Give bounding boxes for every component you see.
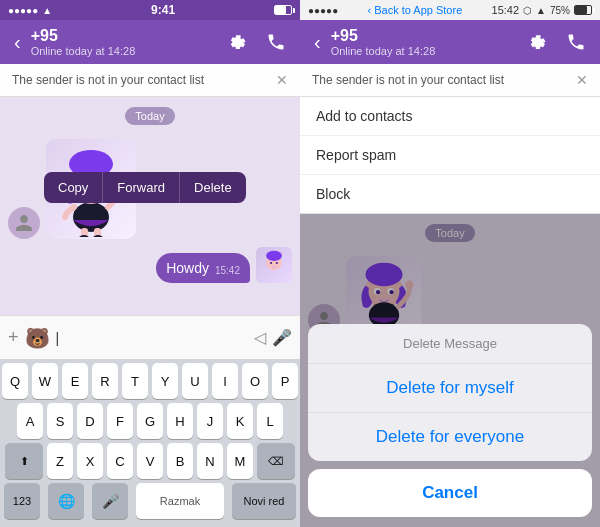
svg-point-17 <box>266 251 282 261</box>
notification-bar-right: The sender is not in your contact list ✕ <box>300 64 600 97</box>
delete-button[interactable]: Delete <box>180 172 246 203</box>
left-panel: ●●●●● ▲ 9:41 ‹ +95 Online today at 14:28 <box>0 0 300 527</box>
key-globe[interactable]: 🌐 <box>48 483 84 519</box>
key-e[interactable]: E <box>62 363 88 399</box>
keyboard-row-bottom: 123 🌐 🎤 Razmak Novi red <box>2 483 298 519</box>
status-left: ●●●●● ▲ <box>8 5 52 16</box>
key-f[interactable]: F <box>107 403 133 439</box>
keyboard-row-1: Q W E R T Y U I O P <box>2 363 298 399</box>
key-c[interactable]: C <box>107 443 133 479</box>
ios-time-right: 15:42 <box>492 4 520 16</box>
key-z[interactable]: Z <box>47 443 73 479</box>
keyboard: Q W E R T Y U I O P A S D F G H J K L ⬆ … <box>0 359 300 527</box>
add-icon[interactable]: + <box>8 327 19 348</box>
contact-name-right: +95 <box>331 27 518 45</box>
key-u[interactable]: U <box>182 363 208 399</box>
key-m[interactable]: M <box>227 443 253 479</box>
key-s[interactable]: S <box>47 403 73 439</box>
call-icon-right[interactable] <box>562 28 590 56</box>
emoji-icon[interactable]: 🐻 <box>25 326 50 350</box>
key-b[interactable]: B <box>167 443 193 479</box>
call-icon[interactable] <box>262 28 290 56</box>
key-o[interactable]: O <box>242 363 268 399</box>
bluetooth-icon: ⬡ <box>523 5 532 16</box>
key-shift[interactable]: ⬆ <box>5 443 43 479</box>
chat-header-left: ‹ +95 Online today at 14:28 <box>0 20 300 64</box>
key-w[interactable]: W <box>32 363 58 399</box>
context-menu: Copy Forward Delete <box>44 172 246 203</box>
key-h[interactable]: H <box>167 403 193 439</box>
key-backspace[interactable]: ⌫ <box>257 443 295 479</box>
message-input[interactable] <box>56 330 248 346</box>
key-mic[interactable]: 🎤 <box>92 483 128 519</box>
signal-icon: ●●●●● <box>8 5 38 16</box>
wifi-icon-right: ▲ <box>536 5 546 16</box>
chat-header-right: ‹ +95 Online today at 14:28 <box>300 20 600 64</box>
copy-button[interactable]: Copy <box>44 172 103 203</box>
header-icons-right <box>524 28 590 56</box>
notification-close-left[interactable]: ✕ <box>276 72 288 88</box>
key-k[interactable]: K <box>227 403 253 439</box>
dropdown-menu: Add to contacts Report spam Block <box>300 97 600 214</box>
key-t[interactable]: T <box>122 363 148 399</box>
sticker-icon[interactable]: ◁ <box>254 328 266 347</box>
chat-area-right: Today <box>300 214 600 527</box>
contact-status-left: Online today at 14:28 <box>31 45 218 57</box>
keyboard-row-2: A S D F G H J K L <box>2 403 298 439</box>
settings-icon[interactable] <box>224 28 252 56</box>
report-spam-item[interactable]: Report spam <box>300 136 600 175</box>
add-to-contacts-item[interactable]: Add to contacts <box>300 97 600 136</box>
key-p[interactable]: P <box>272 363 298 399</box>
forward-button[interactable]: Forward <box>103 172 180 203</box>
notification-close-right[interactable]: ✕ <box>576 72 588 88</box>
key-d[interactable]: D <box>77 403 103 439</box>
back-to-store[interactable]: ‹ Back to App Store <box>367 4 462 16</box>
svg-point-19 <box>276 262 278 264</box>
battery-icon-right <box>574 5 592 15</box>
key-g[interactable]: G <box>137 403 163 439</box>
contact-status-right: Online today at 14:28 <box>331 45 518 57</box>
contact-info-left: +95 Online today at 14:28 <box>31 27 218 57</box>
date-badge-left: Today <box>0 107 300 125</box>
top-bar-right-content: ‹ Back to App Store <box>367 4 462 16</box>
key-n[interactable]: N <box>197 443 223 479</box>
contact-info-right: +95 Online today at 14:28 <box>331 27 518 57</box>
svg-point-0 <box>73 202 109 232</box>
key-y[interactable]: Y <box>152 363 178 399</box>
cancel-button-right[interactable]: Cancel <box>308 469 592 517</box>
back-button-right[interactable]: ‹ <box>310 29 325 56</box>
status-right <box>274 5 292 15</box>
ios-status-left: ●●●●● <box>308 5 338 16</box>
svg-point-18 <box>270 262 272 264</box>
block-item[interactable]: Block <box>300 175 600 213</box>
back-button-left[interactable]: ‹ <box>10 29 25 56</box>
key-numbers[interactable]: 123 <box>4 483 40 519</box>
key-a[interactable]: A <box>17 403 43 439</box>
notification-bar-left: The sender is not in your contact list ✕ <box>0 64 300 97</box>
outgoing-bubble: Howdy 15:42 <box>156 253 250 283</box>
wifi-indicator: ▲ <box>42 5 52 16</box>
key-q[interactable]: Q <box>2 363 28 399</box>
battery-icon <box>274 5 292 15</box>
avatar-left <box>8 207 40 239</box>
ios-signal: ●●●●● <box>308 5 338 16</box>
delete-for-myself-button[interactable]: Delete for myself <box>308 364 592 413</box>
key-space[interactable]: Razmak <box>136 483 224 519</box>
delete-for-everyone-button[interactable]: Delete for everyone <box>308 413 592 461</box>
key-v[interactable]: V <box>137 443 163 479</box>
action-sheet: Delete Message Delete for myself Delete … <box>300 324 600 527</box>
key-l[interactable]: L <box>257 403 283 439</box>
header-icons-left <box>224 28 290 56</box>
key-j[interactable]: J <box>197 403 223 439</box>
action-sheet-group: Delete Message Delete for myself Delete … <box>308 324 592 461</box>
outgoing-time: 15:42 <box>215 265 240 276</box>
battery-pct-text: 75% <box>550 5 570 16</box>
settings-icon-right[interactable] <box>524 28 552 56</box>
key-x[interactable]: X <box>77 443 103 479</box>
action-sheet-title: Delete Message <box>308 324 592 364</box>
keyboard-row-3: ⬆ Z X C V B N M ⌫ <box>2 443 298 479</box>
mic-icon[interactable]: 🎤 <box>272 328 292 347</box>
key-i[interactable]: I <box>212 363 238 399</box>
key-return[interactable]: Novi red <box>232 483 296 519</box>
key-r[interactable]: R <box>92 363 118 399</box>
